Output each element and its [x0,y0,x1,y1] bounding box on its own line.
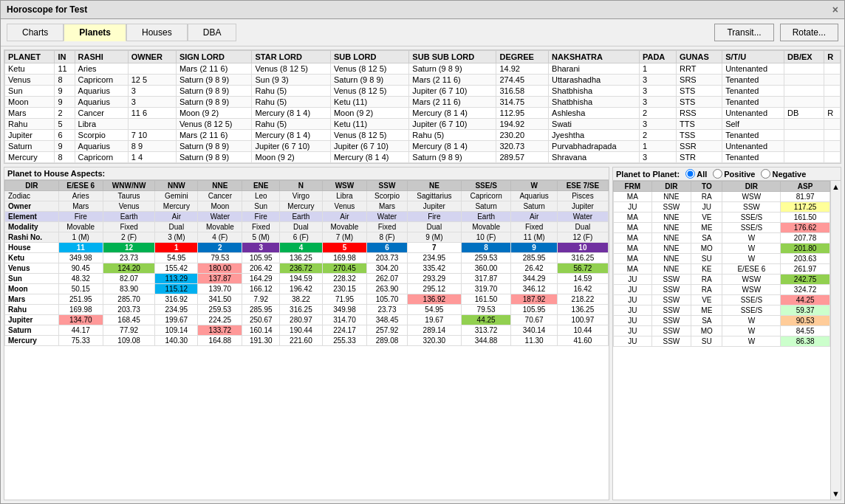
table-cell: MA [614,244,652,254]
table-cell: Rahu (5) [252,86,330,97]
table-cell: Tenanted [722,130,784,141]
tab-houses[interactable]: Houses [126,24,188,41]
table-cell: 4 (F) [198,232,242,243]
table-row: JUSSWSUW86.38 [614,336,830,347]
scrollbar[interactable]: ▲ ▼ [830,181,841,500]
table-cell: Mercury (8 1 4) [409,141,496,152]
table-cell: 274.45 [496,75,549,86]
table-cell: 164.88 [198,336,242,346]
table-row: ZodiacAriesTaurusGeminiCancerLeoVirgoLib… [5,191,609,201]
table-cell: Earth [461,212,511,222]
row-label: Venus [5,263,59,274]
table-cell: Tenanted [722,152,784,163]
table-cell: 236.72 [279,263,322,274]
table-cell: 263.90 [367,284,408,294]
radio-all[interactable]: All [685,169,707,179]
table-cell: 50.15 [58,284,103,294]
planet-to-planet-header: Planet to Planet: All Positive Negative [613,168,841,181]
table-cell: 54.95 [407,305,461,315]
planet-to-planet-table-wrap: FRMDIRTODIRASP MANNERAWSW81.97JUSSWJUSSW… [613,181,830,500]
table-cell: Rahu (5) [252,97,330,108]
table-cell: Saturn (9 8 9) [409,152,496,163]
table-cell: ME [691,305,722,316]
table-cell: 8 9 [128,141,176,152]
table-cell: 9 [55,141,75,152]
table-row: OwnerMarsVenusMercuryMoonSunMercuryVenus… [5,201,609,212]
table-cell: SSW [651,336,691,347]
table-cell: 316.25 [557,253,608,263]
table-cell: 109.14 [155,325,198,336]
table-cell: Mercury [155,201,198,212]
table-cell: 11 6 [128,108,176,119]
table-cell: Rahu [5,119,55,130]
table-cell: STR [677,152,722,163]
table-cell: 320.73 [496,141,549,152]
table-cell: Saturn (9 8 9) [176,97,252,108]
table-cell: Aries [58,191,103,201]
table-cell: Movable [461,222,511,232]
col-header: N [279,181,322,191]
table-cell [824,63,841,75]
rotate-button[interactable]: Rotate... [780,24,838,41]
table-cell: 4 [279,243,322,253]
table-cell: 349.98 [58,253,103,263]
row-label: Ketu [5,253,59,263]
table-cell: 3 (M) [155,232,198,243]
row-label: Saturn [5,325,59,336]
table-row: Rahu5LibraVenus (8 12 5)Rahu (5)Ketu (11… [5,119,841,130]
col-header: DIR [5,181,59,191]
table-cell: Jupiter (6 7 10) [409,119,496,130]
table-cell: Venus (8 12 5) [330,63,408,75]
radio-positive[interactable]: Positive [713,169,755,179]
table-cell: Saturn [5,141,55,152]
table-cell: 10 [557,243,608,253]
tab-dba[interactable]: DBA [188,24,237,41]
table-cell [824,97,841,108]
table-cell: 9 [55,97,75,108]
table-row: ElementFireEarthAirWaterFireEarthAirWate… [5,212,609,222]
table-cell: 23.73 [367,305,408,315]
table-cell: Fixed [511,222,557,232]
table-cell: 346.12 [511,284,557,294]
row-label: Zodiac [5,191,59,201]
table-cell: SSR [677,141,722,152]
tab-planets[interactable]: Planets [64,24,126,41]
table-cell: Mercury [279,201,322,212]
table-cell: Tenanted [722,75,784,86]
table-cell: 10.44 [557,325,608,336]
row-label: Moon [5,284,59,294]
table-cell: 255.33 [322,336,366,346]
table-cell: Tenanted [722,97,784,108]
col-header: WSW [322,181,366,191]
table-row: Mercury8Capricorn1 4Saturn (9 8 9)Moon (… [5,152,841,163]
table-cell: 203.73 [367,253,408,263]
table-cell: Water [198,212,242,222]
radio-negative[interactable]: Negative [761,169,806,179]
table-cell: 180.00 [198,263,242,274]
table-cell: 9 [55,86,75,97]
table-cell: 5 [322,243,366,253]
table-cell: 324.72 [781,285,830,295]
tab-charts[interactable]: Charts [7,24,64,41]
table-cell: MA [614,213,652,223]
close-button[interactable]: × [832,4,838,15]
table-cell: 314.75 [496,97,549,108]
table-cell: 2 [55,108,75,119]
radio-group: All Positive Negative [685,169,806,179]
table-cell: DB [784,108,824,119]
table-cell: 90.53 [781,316,830,326]
table-cell: R [824,108,841,119]
table-row: Venus8Capricorn12 5Saturn (9 8 9)Sun (9 … [5,75,841,86]
transit-button[interactable]: Transit... [714,24,773,41]
col-header: SSW [367,181,408,191]
table-cell: 12 5 [128,75,176,86]
table-cell: 8 [55,75,75,86]
table-cell: Fixed [103,222,155,232]
table-cell: 77.92 [103,325,155,336]
table-cell: 6 [367,243,408,253]
table-cell: 250.67 [242,315,279,325]
table-cell: Shravana [549,152,640,163]
table-row: MANNEMOW201.80 [614,244,830,254]
table-cell: Mars (2 11 6) [409,97,496,108]
table-cell: 54.95 [155,253,198,263]
